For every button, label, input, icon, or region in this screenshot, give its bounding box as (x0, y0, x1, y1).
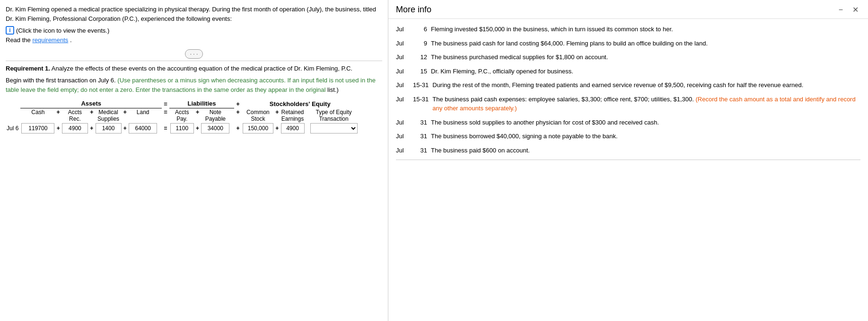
list-item: Jul 9 The business paid cash for land co… (396, 39, 860, 48)
cash-cell[interactable] (20, 122, 55, 134)
event-day-6: 15-31 (413, 95, 429, 113)
accts-rec-input[interactable] (62, 123, 88, 134)
event-month-9: Jul (396, 146, 409, 155)
retained-earnings-input[interactable] (281, 123, 305, 134)
empty-cash2 (20, 116, 55, 122)
accts-rec-header1: Accts (61, 108, 89, 116)
col-subheader-row2: Rec. Supplies Pay. Payable Stock (6, 116, 359, 122)
event-day-9: 31 (413, 146, 427, 155)
note-payable-cell[interactable] (200, 122, 230, 134)
dots-button[interactable]: · · · (185, 49, 203, 59)
plus-cs-data: + (274, 122, 280, 134)
empty-plus6 (234, 116, 242, 122)
medical-cell[interactable] (95, 122, 123, 134)
medical-header: Medical (95, 108, 123, 116)
plus-rec-op: + (89, 108, 95, 116)
empty-plus7 (274, 116, 280, 122)
click-icon-text: (Click the icon to view the events.) (16, 27, 109, 34)
event-text-5: During the rest of the month, Fleming tr… (432, 80, 860, 90)
payable-header: Payable (200, 116, 230, 122)
retained-earnings-cell[interactable] (280, 122, 306, 134)
plus-rec-data: + (89, 122, 95, 134)
event-text-4: Dr. Kim Fleming, P.C., officially opened… (431, 67, 860, 76)
minimize-button[interactable]: − (837, 6, 845, 14)
note-payable-input[interactable] (201, 123, 229, 134)
empty-sp3 (306, 116, 309, 122)
liabilities-header: Liabilities (169, 100, 235, 108)
event-text-6: The business paid cash expenses: employe… (432, 95, 860, 113)
close-button[interactable]: ✕ (850, 5, 860, 14)
cash-input[interactable] (21, 123, 54, 134)
event-text-7: The business sold supplies to another ph… (431, 118, 860, 127)
plus-cs-op: + (274, 108, 280, 116)
equals2-op: = (162, 108, 169, 116)
event-text-9: The business paid $600 on account. (431, 146, 860, 155)
spacer-data2 (230, 122, 234, 134)
requirements-link[interactable]: requirements (32, 36, 68, 44)
event-day-2: 9 (413, 39, 427, 48)
section-header-row: Assets = Liabilities + Stockholders' Equ… (6, 100, 359, 108)
event-text-3: The business purchased medical supplies … (431, 53, 860, 62)
empty-plus3 (89, 116, 95, 122)
common-stock-input[interactable] (243, 123, 273, 134)
stock-header: Stock (242, 116, 274, 122)
requirement-label: Requirement 1. Analyze the effects of th… (6, 65, 382, 72)
instructions-part2: list.) (327, 86, 339, 93)
event-text-2: The business paid cash for land costing … (431, 39, 860, 48)
empty-plus4 (123, 116, 128, 122)
event-month-2: Jul (396, 39, 409, 48)
empty-sp2 (230, 116, 234, 122)
event-month-1: Jul (396, 25, 409, 34)
more-info-title: More info (396, 5, 431, 15)
event-day-4: 15 (413, 67, 427, 76)
type-equity-cell[interactable]: Common Stock Dividends Revenue Expense (309, 122, 359, 134)
spacer-data1 (158, 122, 162, 134)
accounting-table-wrapper: Assets = Liabilities + Stockholders' Equ… (6, 100, 382, 134)
event-month-5: Jul (396, 80, 409, 90)
list-item: Jul 15 Dr. Kim Fleming, P.C., officially… (396, 67, 860, 76)
event-month-7: Jul (396, 118, 409, 127)
equals-op: = (162, 100, 169, 108)
accts-rec-header2: Rec. (61, 116, 89, 122)
medical-input[interactable] (96, 123, 122, 134)
event-day-7: 31 (413, 118, 427, 127)
event-day-5: 15-31 (413, 80, 429, 90)
instructions-part1: Begin with the first transaction on July… (6, 77, 116, 84)
read-requirements-row: Read the requirements . (6, 36, 382, 44)
spacer3 (306, 108, 309, 116)
type-equity-header: Type of Equity (309, 108, 359, 116)
empty-land2 (128, 116, 158, 122)
info-icon[interactable]: i (6, 26, 14, 35)
equity-header: Stockholders' Equity (242, 100, 359, 108)
plus-sup-op: + (123, 108, 128, 116)
assets-header: Assets (20, 100, 162, 108)
accounting-table: Assets = Liabilities + Stockholders' Equ… (6, 100, 359, 134)
land-cell[interactable] (128, 122, 158, 134)
row-date-label: Jul 6 (6, 122, 20, 134)
accts-pay-cell[interactable] (169, 122, 195, 134)
list-item: Jul 12 The business purchased medical su… (396, 53, 860, 62)
plus2-op: + (234, 108, 242, 116)
plus-ap-op: + (195, 108, 201, 116)
requirement-number: Requirement 1. (6, 65, 50, 72)
list-item: Jul 15-31 The business paid cash expense… (396, 95, 860, 113)
accts-pay-input[interactable] (170, 123, 194, 134)
plus-cash-data: + (55, 122, 61, 134)
list-item: Jul 6 Fleming invested $150,000 in the b… (396, 25, 860, 34)
plus-cash-op: + (55, 108, 61, 116)
empty-plus2 (55, 116, 61, 122)
common-stock-cell[interactable] (242, 122, 274, 134)
instructions: Begin with the first transaction on July… (6, 76, 382, 94)
empty-plus5 (195, 116, 201, 122)
spacer2 (230, 108, 234, 116)
type-equity-select[interactable]: Common Stock Dividends Revenue Expense (310, 123, 358, 134)
event-day-3: 12 (413, 53, 427, 62)
spacer-data3 (306, 122, 309, 134)
accts-rec-cell[interactable] (61, 122, 89, 134)
event-text-8: The business borrowed $40,000, signing a… (431, 132, 860, 141)
land-input[interactable] (129, 123, 157, 134)
accts-pay-header1: Accts (169, 108, 195, 116)
common-header: Common (242, 108, 274, 116)
col-subheader-row1: Cash + Accts + Medical + Land = Accts + … (6, 108, 359, 116)
accts-pay-header2: Pay. (169, 116, 195, 122)
